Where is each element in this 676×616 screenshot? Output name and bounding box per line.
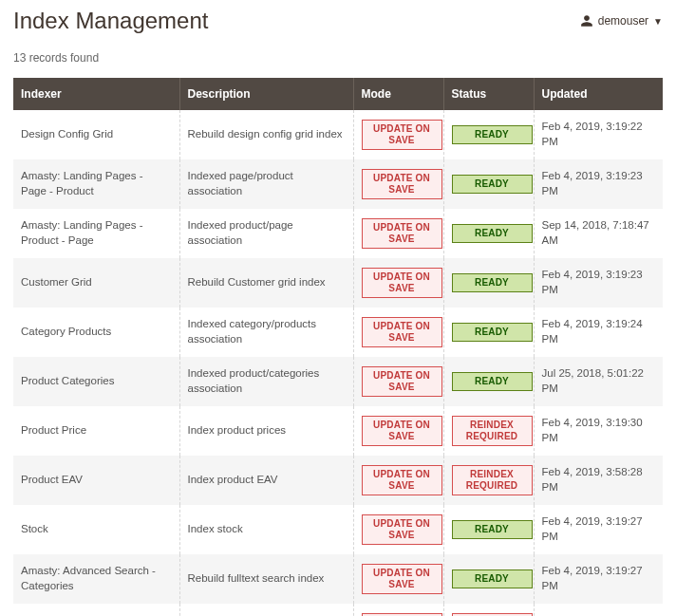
status-badge: READY [452,323,533,342]
cell-status: READY [443,159,534,209]
cell-status: READY [443,505,534,554]
status-badge: READY [452,175,533,194]
col-header-description[interactable]: Description [179,78,353,110]
cell-mode: UPDATE ON SAVE [353,406,443,456]
status-badge: READY [452,224,533,243]
cell-description: Rebuild fulltext search index [179,554,353,604]
cell-mode: UPDATE ON SAVE [353,209,443,258]
cell-description: Rebuild Catalog product fulltext search … [179,604,353,616]
status-badge: REINDEX REQUIRED [452,416,533,446]
mode-badge: UPDATE ON SAVE [362,564,442,594]
table-row[interactable]: StockIndex stockUPDATE ON SAVEREADYFeb 4… [13,505,663,554]
cell-mode: UPDATE ON SAVE [353,308,443,357]
col-header-mode[interactable]: Mode [353,78,443,110]
cell-description: Rebuild Customer grid index [179,258,353,308]
cell-mode: UPDATE ON SAVE [353,505,443,554]
cell-mode: UPDATE ON SAVE [353,258,443,308]
mode-badge: UPDATE ON SAVE [362,317,442,347]
cell-indexer: Product Categories [13,357,179,406]
cell-updated: Feb 4, 2019, 3:19:22 PM [534,110,663,159]
cell-updated: Feb 4, 2019, 3:58:28 PM [534,604,663,616]
cell-mode: UPDATE ON SAVE [353,456,443,505]
cell-description: Index product prices [179,406,353,456]
mode-badge: UPDATE ON SAVE [362,465,442,495]
col-header-indexer[interactable]: Indexer [13,78,179,110]
user-menu[interactable]: demouser ▼ [580,14,663,28]
cell-status: REINDEX REQUIRED [443,456,534,505]
mode-badge: UPDATE ON SAVE [362,169,442,199]
cell-description: Index stock [179,505,353,554]
cell-description: Indexed product/page association [179,209,353,258]
status-badge: READY [452,520,533,539]
index-table: Indexer Description Mode Status Updated … [13,78,663,616]
status-badge: REINDEX REQUIRED [452,465,533,495]
cell-status: REINDEX REQUIRED [443,406,534,456]
cell-description: Indexed category/products association [179,308,353,357]
cell-status: READY [443,357,534,406]
status-badge: READY [452,569,533,588]
cell-updated: Feb 4, 2019, 3:19:27 PM [534,505,663,554]
table-header-row: Indexer Description Mode Status Updated [13,78,663,110]
cell-updated: Feb 4, 2019, 3:58:28 PM [534,456,663,505]
cell-status: READY [443,554,534,604]
cell-updated: Feb 4, 2019, 3:19:23 PM [534,258,663,308]
mode-badge: UPDATE ON SAVE [362,218,442,249]
cell-updated: Sep 14, 2018, 7:18:47 AM [534,209,663,258]
cell-updated: Jul 25, 2018, 5:01:22 PM [534,357,663,406]
user-icon [580,14,593,28]
header-bar: Index Management demouser ▼ [13,8,663,34]
cell-indexer: Catalog Search [13,604,179,616]
records-found: 13 records found [13,51,663,65]
cell-indexer: Amasty: Landing Pages - Product - Page [13,209,179,258]
cell-status: REINDEX REQUIRED [443,604,534,616]
cell-indexer: Amasty: Advanced Search - Categories [13,554,179,604]
cell-updated: Feb 4, 2019, 3:19:24 PM [534,308,663,357]
mode-badge: UPDATE ON SAVE [362,366,442,397]
col-header-status[interactable]: Status [443,78,534,110]
cell-indexer: Stock [13,505,179,554]
mode-badge: UPDATE ON SAVE [362,514,442,545]
cell-updated: Feb 4, 2019, 3:19:30 PM [534,406,663,456]
table-row[interactable]: Product CategoriesIndexed product/catego… [13,357,663,406]
cell-status: READY [443,110,534,159]
table-row[interactable]: Design Config GridRebuild design config … [13,110,663,159]
cell-indexer: Design Config Grid [13,110,179,159]
table-row[interactable]: Product PriceIndex product pricesUPDATE … [13,406,663,456]
table-row[interactable]: Customer GridRebuild Customer grid index… [13,258,663,308]
table-row[interactable]: Catalog SearchRebuild Catalog product fu… [13,604,663,616]
cell-status: READY [443,308,534,357]
user-name: demouser [598,14,648,28]
cell-mode: UPDATE ON SAVE [353,357,443,406]
mode-badge: UPDATE ON SAVE [362,416,442,446]
table-row[interactable]: Category ProductsIndexed category/produc… [13,308,663,357]
page-title: Index Management [13,8,208,34]
cell-status: READY [443,209,534,258]
cell-description: Indexed product/categories association [179,357,353,406]
cell-indexer: Amasty: Landing Pages - Page - Product [13,159,179,209]
table-row[interactable]: Amasty: Advanced Search - CategoriesRebu… [13,554,663,604]
cell-indexer: Customer Grid [13,258,179,308]
cell-mode: UPDATE ON SAVE [353,554,443,604]
cell-mode: UPDATE ON SAVE [353,159,443,209]
cell-updated: Feb 4, 2019, 3:19:27 PM [534,554,663,604]
col-header-updated[interactable]: Updated [534,78,663,110]
status-badge: READY [452,125,533,144]
mode-badge: UPDATE ON SAVE [362,120,442,150]
cell-updated: Feb 4, 2019, 3:19:23 PM [534,159,663,209]
cell-indexer: Product Price [13,406,179,456]
cell-status: READY [443,258,534,308]
status-badge: READY [452,273,533,292]
cell-indexer: Product EAV [13,456,179,505]
table-row[interactable]: Amasty: Landing Pages - Page - ProductIn… [13,159,663,209]
table-row[interactable]: Product EAVIndex product EAVUPDATE ON SA… [13,456,663,505]
cell-mode: UPDATE ON SAVE [353,604,443,616]
cell-indexer: Category Products [13,308,179,357]
cell-mode: UPDATE ON SAVE [353,110,443,159]
cell-description: Indexed page/product association [179,159,353,209]
table-row[interactable]: Amasty: Landing Pages - Product - PageIn… [13,209,663,258]
cell-description: Index product EAV [179,456,353,505]
status-badge: READY [452,372,533,391]
cell-description: Rebuild design config grid index [179,110,353,159]
caret-down-icon: ▼ [653,16,663,27]
mode-badge: UPDATE ON SAVE [362,268,442,298]
